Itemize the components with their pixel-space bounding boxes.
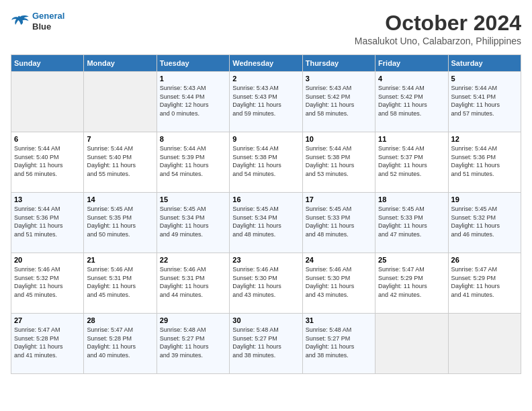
day-info: Sunrise: 5:44 AM Sunset: 5:41 PM Dayligh… bbox=[451, 84, 518, 118]
day-number: 12 bbox=[451, 135, 518, 143]
column-header-thursday: Thursday bbox=[302, 55, 375, 72]
column-header-monday: Monday bbox=[84, 55, 157, 72]
column-header-sunday: Sunday bbox=[11, 55, 84, 72]
calendar-table: SundayMondayTuesdayWednesdayThursdayFrid… bbox=[11, 54, 521, 374]
calendar-cell: 16Sunrise: 5:45 AM Sunset: 5:34 PM Dayli… bbox=[230, 193, 302, 253]
day-number: 31 bbox=[306, 316, 372, 324]
day-number: 26 bbox=[451, 256, 518, 264]
day-info: Sunrise: 5:47 AM Sunset: 5:29 PM Dayligh… bbox=[378, 265, 445, 299]
column-header-wednesday: Wednesday bbox=[230, 55, 302, 72]
day-number: 24 bbox=[306, 256, 372, 264]
day-info: Sunrise: 5:46 AM Sunset: 5:31 PM Dayligh… bbox=[87, 265, 153, 299]
calendar-cell: 25Sunrise: 5:47 AM Sunset: 5:29 PM Dayli… bbox=[375, 253, 448, 314]
day-info: Sunrise: 5:44 AM Sunset: 5:39 PM Dayligh… bbox=[160, 144, 226, 178]
calendar-cell bbox=[375, 314, 448, 374]
day-info: Sunrise: 5:46 AM Sunset: 5:31 PM Dayligh… bbox=[160, 265, 226, 299]
day-number: 10 bbox=[306, 135, 372, 143]
calendar-cell: 2Sunrise: 5:43 AM Sunset: 5:43 PM Daylig… bbox=[230, 72, 302, 132]
calendar-cell: 24Sunrise: 5:46 AM Sunset: 5:30 PM Dayli… bbox=[302, 253, 375, 314]
day-number: 15 bbox=[160, 195, 226, 203]
day-info: Sunrise: 5:44 AM Sunset: 5:42 PM Dayligh… bbox=[378, 84, 445, 118]
day-number: 21 bbox=[87, 256, 153, 264]
calendar-cell: 26Sunrise: 5:47 AM Sunset: 5:29 PM Dayli… bbox=[448, 253, 521, 314]
logo: General Blue bbox=[11, 11, 64, 32]
day-number: 3 bbox=[306, 75, 372, 83]
day-number: 9 bbox=[232, 135, 299, 143]
calendar-week-row: 6Sunrise: 5:44 AM Sunset: 5:40 PM Daylig… bbox=[11, 132, 521, 193]
day-info: Sunrise: 5:45 AM Sunset: 5:32 PM Dayligh… bbox=[451, 205, 518, 238]
day-info: Sunrise: 5:44 AM Sunset: 5:37 PM Dayligh… bbox=[378, 144, 445, 178]
calendar-cell: 4Sunrise: 5:44 AM Sunset: 5:42 PM Daylig… bbox=[375, 72, 448, 132]
calendar-cell: 1Sunrise: 5:43 AM Sunset: 5:44 PM Daylig… bbox=[157, 72, 229, 132]
calendar-cell: 8Sunrise: 5:44 AM Sunset: 5:39 PM Daylig… bbox=[157, 132, 229, 193]
day-number: 8 bbox=[160, 135, 226, 143]
calendar-cell: 17Sunrise: 5:45 AM Sunset: 5:33 PM Dayli… bbox=[302, 193, 375, 253]
day-info: Sunrise: 5:47 AM Sunset: 5:28 PM Dayligh… bbox=[14, 326, 81, 359]
month-title: October 2024 bbox=[355, 11, 521, 36]
calendar-cell: 28Sunrise: 5:47 AM Sunset: 5:28 PM Dayli… bbox=[84, 314, 157, 374]
column-header-saturday: Saturday bbox=[448, 55, 521, 72]
title-block: October 2024 Masalukot Uno, Calabarzon, … bbox=[355, 11, 521, 46]
calendar-cell: 7Sunrise: 5:44 AM Sunset: 5:40 PM Daylig… bbox=[84, 132, 157, 193]
day-number: 16 bbox=[232, 195, 299, 203]
calendar-cell: 19Sunrise: 5:45 AM Sunset: 5:32 PM Dayli… bbox=[448, 193, 521, 253]
day-info: Sunrise: 5:47 AM Sunset: 5:29 PM Dayligh… bbox=[451, 265, 518, 299]
calendar-cell: 18Sunrise: 5:45 AM Sunset: 5:33 PM Dayli… bbox=[375, 193, 448, 253]
day-info: Sunrise: 5:45 AM Sunset: 5:34 PM Dayligh… bbox=[160, 205, 226, 238]
day-info: Sunrise: 5:48 AM Sunset: 5:27 PM Dayligh… bbox=[306, 326, 372, 359]
day-info: Sunrise: 5:44 AM Sunset: 5:38 PM Dayligh… bbox=[306, 144, 372, 178]
column-header-tuesday: Tuesday bbox=[157, 55, 229, 72]
calendar-cell: 30Sunrise: 5:48 AM Sunset: 5:27 PM Dayli… bbox=[230, 314, 302, 374]
calendar-cell: 3Sunrise: 5:43 AM Sunset: 5:42 PM Daylig… bbox=[302, 72, 375, 132]
day-info: Sunrise: 5:46 AM Sunset: 5:32 PM Dayligh… bbox=[14, 265, 81, 299]
day-number: 20 bbox=[14, 256, 81, 264]
day-number: 17 bbox=[306, 195, 372, 203]
day-number: 28 bbox=[87, 316, 153, 324]
day-number: 7 bbox=[87, 135, 153, 143]
calendar-week-row: 27Sunrise: 5:47 AM Sunset: 5:28 PM Dayli… bbox=[11, 314, 521, 374]
day-number: 19 bbox=[451, 195, 518, 203]
day-info: Sunrise: 5:44 AM Sunset: 5:36 PM Dayligh… bbox=[14, 205, 81, 238]
calendar-week-row: 1Sunrise: 5:43 AM Sunset: 5:44 PM Daylig… bbox=[11, 72, 521, 132]
day-number: 11 bbox=[378, 135, 445, 143]
calendar-cell: 10Sunrise: 5:44 AM Sunset: 5:38 PM Dayli… bbox=[302, 132, 375, 193]
calendar-header-row: SundayMondayTuesdayWednesdayThursdayFrid… bbox=[11, 55, 521, 72]
day-info: Sunrise: 5:44 AM Sunset: 5:36 PM Dayligh… bbox=[451, 144, 518, 178]
day-number: 29 bbox=[160, 316, 226, 324]
page-header: General Blue October 2024 Masalukot Uno,… bbox=[11, 11, 521, 46]
day-info: Sunrise: 5:48 AM Sunset: 5:27 PM Dayligh… bbox=[160, 326, 226, 359]
day-info: Sunrise: 5:45 AM Sunset: 5:33 PM Dayligh… bbox=[378, 205, 445, 238]
day-number: 6 bbox=[14, 135, 81, 143]
day-number: 5 bbox=[451, 75, 518, 83]
calendar-cell: 6Sunrise: 5:44 AM Sunset: 5:40 PM Daylig… bbox=[11, 132, 84, 193]
day-info: Sunrise: 5:45 AM Sunset: 5:33 PM Dayligh… bbox=[306, 205, 372, 238]
calendar-cell: 27Sunrise: 5:47 AM Sunset: 5:28 PM Dayli… bbox=[11, 314, 84, 374]
calendar-cell: 20Sunrise: 5:46 AM Sunset: 5:32 PM Dayli… bbox=[11, 253, 84, 314]
day-number: 1 bbox=[160, 75, 226, 83]
day-number: 13 bbox=[14, 195, 81, 203]
calendar-cell: 21Sunrise: 5:46 AM Sunset: 5:31 PM Dayli… bbox=[84, 253, 157, 314]
day-info: Sunrise: 5:48 AM Sunset: 5:27 PM Dayligh… bbox=[232, 326, 299, 359]
calendar-cell: 12Sunrise: 5:44 AM Sunset: 5:36 PM Dayli… bbox=[448, 132, 521, 193]
day-info: Sunrise: 5:43 AM Sunset: 5:42 PM Dayligh… bbox=[306, 84, 372, 118]
day-number: 23 bbox=[232, 256, 299, 264]
day-number: 18 bbox=[378, 195, 445, 203]
day-number: 2 bbox=[232, 75, 299, 83]
calendar-cell: 5Sunrise: 5:44 AM Sunset: 5:41 PM Daylig… bbox=[448, 72, 521, 132]
location-subtitle: Masalukot Uno, Calabarzon, Philippines bbox=[355, 36, 521, 46]
calendar-cell bbox=[448, 314, 521, 374]
calendar-cell bbox=[84, 72, 157, 132]
calendar-cell: 29Sunrise: 5:48 AM Sunset: 5:27 PM Dayli… bbox=[157, 314, 229, 374]
day-info: Sunrise: 5:44 AM Sunset: 5:40 PM Dayligh… bbox=[14, 144, 81, 178]
day-info: Sunrise: 5:46 AM Sunset: 5:30 PM Dayligh… bbox=[306, 265, 372, 299]
calendar-cell: 14Sunrise: 5:45 AM Sunset: 5:35 PM Dayli… bbox=[84, 193, 157, 253]
calendar-week-row: 13Sunrise: 5:44 AM Sunset: 5:36 PM Dayli… bbox=[11, 193, 521, 253]
day-info: Sunrise: 5:47 AM Sunset: 5:28 PM Dayligh… bbox=[87, 326, 153, 359]
day-info: Sunrise: 5:45 AM Sunset: 5:34 PM Dayligh… bbox=[232, 205, 299, 238]
calendar-cell: 9Sunrise: 5:44 AM Sunset: 5:38 PM Daylig… bbox=[230, 132, 302, 193]
day-info: Sunrise: 5:44 AM Sunset: 5:38 PM Dayligh… bbox=[232, 144, 299, 178]
day-number: 25 bbox=[378, 256, 445, 264]
logo-text: General Blue bbox=[32, 11, 64, 32]
calendar-cell: 23Sunrise: 5:46 AM Sunset: 5:30 PM Dayli… bbox=[230, 253, 302, 314]
day-info: Sunrise: 5:43 AM Sunset: 5:43 PM Dayligh… bbox=[232, 84, 299, 118]
